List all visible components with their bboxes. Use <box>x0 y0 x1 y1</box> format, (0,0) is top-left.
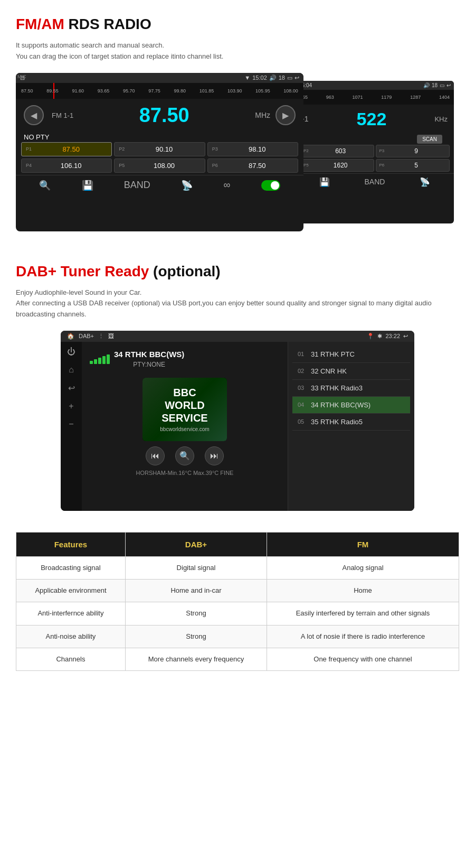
fm-signal-icon[interactable]: 📡 <box>181 180 193 191</box>
dab-sidebar: ⏻ ⌂ ↩ + − <box>61 342 82 511</box>
dab-logo-area: BBC WORLD SERVICE bbcworldservice.com <box>142 378 227 441</box>
row4-feature: Anti-noise ability <box>16 625 126 648</box>
fm-preset-p4[interactable]: P4 106.10 <box>21 158 112 173</box>
dab-title: DAB+ Tuner Ready (optional) <box>16 263 459 280</box>
dab-power-icon[interactable]: ⏻ <box>67 347 75 357</box>
fmam-desc-line1: It supports automatic search and manual … <box>16 40 459 51</box>
fm-band-icon[interactable]: BAND <box>124 180 150 191</box>
table-row: Anti-interfernce ability Strong Easily i… <box>16 602 459 625</box>
am-preset-p6[interactable]: P6 5 <box>376 159 450 172</box>
fm-prev-btn[interactable]: ◀ <box>24 105 44 125</box>
dab-station-header: 34 RTHK BBC(WS) PTY:NONE <box>90 350 280 375</box>
features-table: Features DAB+ FM Broadcasting signal Dig… <box>16 532 459 671</box>
dab-channel-02[interactable]: 02 32 CNR HK <box>292 363 410 380</box>
row4-dab: Strong <box>125 625 267 648</box>
dab-channel-04[interactable]: 04 34 RTHK BBC(WS) <box>292 397 410 414</box>
row4-fm: A lot of nosie if there is radio interfe… <box>267 625 459 648</box>
am-scan-btn[interactable]: SCAN <box>417 135 442 144</box>
fmam-description: It supports automatic search and manual … <box>16 40 459 62</box>
row5-fm: One frequency with one channel <box>267 648 459 670</box>
am-volume-icon: 🔊 <box>423 82 430 88</box>
dab-weather: HORSHAM-Min.16°C Max.39°C FINE <box>90 470 280 476</box>
dab-logo-text: BBC WORLD SERVICE <box>162 386 207 424</box>
am-band-label[interactable]: BAND <box>365 178 385 186</box>
dab-channel-01[interactable]: 01 31 RTHK PTC <box>292 346 410 363</box>
dab-home-side-icon[interactable]: ⌂ <box>69 365 74 375</box>
dab-bt-icon: ✱ <box>377 333 382 340</box>
fm-preset-p3[interactable]: P3 98.10 <box>207 142 298 156</box>
dab-statusbar: 🏠 DAB+ ⋮ 🖼 📍 ✱ 23:22 ↩ <box>61 331 414 342</box>
row1-dab: Digital signal <box>125 556 267 579</box>
dab-vol-down-icon[interactable]: − <box>69 419 73 429</box>
table-row: Broadcasting signal Digital signal Analo… <box>16 556 459 579</box>
dab-photo-icon: 🖼 <box>108 333 114 339</box>
fm-volume-icon: 🔊 <box>269 74 277 81</box>
fm-next-btn[interactable]: ▶ <box>276 105 296 125</box>
fm-preset-p1[interactable]: P1 87.50 <box>21 142 112 156</box>
table-body: Broadcasting signal Digital signal Analo… <box>16 556 459 670</box>
fm-scale: 87.50 89.55 91.60 93.65 95.70 97.75 99.8… <box>16 83 303 99</box>
am-save-icon[interactable]: 💾 <box>319 177 330 187</box>
fm-pty: NO PTY <box>16 132 303 142</box>
fm-preset-row-1: P1 87.50 P2 90.10 P3 98.10 <box>21 142 298 156</box>
fm-signal-val: 18 <box>279 74 285 81</box>
am-preset-p5[interactable]: P5 1620 <box>300 159 374 172</box>
fm-statusbar-right: ▼ 15:02 🔊 18 ▭ ↩ <box>244 74 299 81</box>
am-preset-row-2: P5 1620 P6 5 <box>300 159 450 172</box>
radio-screenshots: MIC ⊟ ▼ 15:02 🔊 18 ▭ ↩ 87.50 <box>16 73 459 231</box>
dab-home-icon: 🏠 <box>67 333 74 340</box>
dab-back-icon: ↩ <box>403 333 408 340</box>
fm-battery-icon: ▭ <box>287 74 292 81</box>
dab-prev-btn[interactable]: ⏮ <box>146 446 165 465</box>
dab-controls: ⏮ 🔍 ⏭ <box>90 446 280 465</box>
table-row: Channels More channels every frequency O… <box>16 648 459 670</box>
fm-save-icon[interactable]: 💾 <box>82 180 93 191</box>
am-screen: 15:04 🔊 18 ▭ ↩ 855 963 1071 1179 1287 14… <box>296 81 454 223</box>
dab-title-red: DAB+ Tuner Ready <box>16 263 149 279</box>
fm-station-label: FM 1-1 <box>52 111 73 119</box>
row3-fm: Easily interfered by terrain and other s… <box>267 602 459 625</box>
fm-preset-p5[interactable]: P5 108.00 <box>114 158 205 173</box>
fm-preset-p6[interactable]: P6 87.50 <box>207 158 298 173</box>
fm-search-icon[interactable]: 🔍 <box>39 180 51 191</box>
table-header-row: Features DAB+ FM <box>16 532 459 556</box>
dab-pty: PTY:NONE <box>114 361 184 368</box>
row1-feature: Broadcasting signal <box>16 556 126 579</box>
fm-main: ◀ FM 1-1 87.50 MHz ▶ <box>16 99 303 132</box>
dab-back-side-icon[interactable]: ↩ <box>68 383 75 393</box>
am-signal-icon[interactable]: 📡 <box>420 177 430 187</box>
fm-preset-p2[interactable]: P2 90.10 <box>114 142 205 156</box>
dab-content-inner: 34 RTHK BBC(WS) PTY:NONE BBC WORLD SERVI… <box>82 342 414 511</box>
dab-search-btn[interactable]: 🔍 <box>175 446 194 465</box>
table-row: Applicable environment Home and in-car H… <box>16 580 459 602</box>
fmam-title-red: FM/AM <box>16 16 64 32</box>
fm-loop-icon[interactable]: ∞ <box>224 180 231 191</box>
am-preset-p2[interactable]: P2 603 <box>300 145 374 157</box>
am-freq-display: 522 <box>312 109 430 129</box>
dab-channel-03[interactable]: 03 33 RTHK Radio3 <box>292 380 410 397</box>
fm-freq-display: 87.50 <box>79 104 250 127</box>
am-presets: P2 603 P3 9 P5 1620 P6 5 <box>296 145 454 172</box>
dab-channel-list-panel: 01 31 RTHK PTC 02 32 CNR HK 03 33 RTHK R… <box>288 342 414 511</box>
dab-pin-icon: 📍 <box>367 333 374 340</box>
fm-presets: P1 87.50 P2 90.10 P3 98.10 P4 10 <box>16 142 303 173</box>
dab-station-name: 34 RTHK BBC(WS) <box>114 350 184 359</box>
col-dab-header: DAB+ <box>125 532 267 556</box>
am-toolbar: 💾 BAND 📡 <box>296 173 454 190</box>
fm-toggle[interactable] <box>261 180 280 191</box>
col-features-header: Features <box>16 532 126 556</box>
am-unit: KHz <box>434 115 448 123</box>
dab-logo-sub: bbcworldservice.com <box>160 426 209 432</box>
am-battery-icon: ▭ <box>440 82 444 88</box>
dab-content: 34 RTHK BBC(WS) PTY:NONE BBC WORLD SERVI… <box>82 342 414 511</box>
dab-bar-2 <box>94 359 97 364</box>
row3-feature: Anti-interfernce ability <box>16 602 126 625</box>
dab-channel-05[interactable]: 05 35 RTHK Radio5 <box>292 414 410 431</box>
col-fm-header: FM <box>267 532 459 556</box>
dab-desc-line1: Enjoy Audiophile-level Sound in your Car… <box>16 287 459 298</box>
dab-next-btn[interactable]: ⏭ <box>205 446 224 465</box>
fm-time: 15:02 <box>252 74 267 81</box>
fmam-desc-line2: You can drag the icon of target station … <box>16 51 459 62</box>
dab-vol-up-icon[interactable]: + <box>69 402 73 411</box>
am-preset-p3[interactable]: P3 9 <box>376 145 450 157</box>
